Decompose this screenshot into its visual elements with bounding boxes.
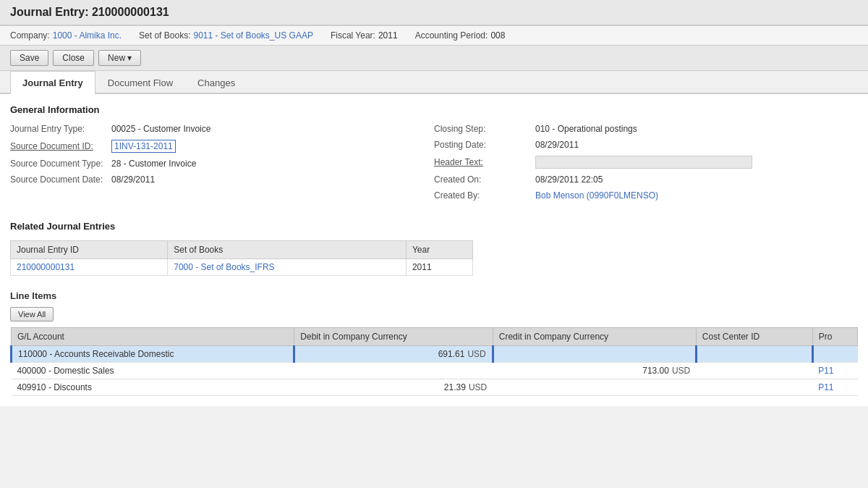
header-text-row: Header Text: (434, 156, 858, 169)
closing-step-value: 010 - Operational postings (535, 124, 637, 134)
debit-cell (294, 363, 493, 379)
pro-cell: P11 (812, 379, 857, 396)
related-set-of-books[interactable]: 7000 - Set of Books_IFRS (168, 259, 407, 276)
related-col-entry-id: Journal Entry ID (11, 241, 168, 259)
books-meta: Set of Books: 9011 - Set of Books_US GAA… (139, 30, 313, 41)
created-by-label: Created By: (434, 190, 535, 201)
period-meta: Accounting Period: 008 (415, 30, 506, 41)
general-info-left: Journal Entry Type: 00025 - Customer Inv… (10, 124, 434, 206)
pro-link[interactable]: P11 (818, 366, 833, 376)
general-info-section: Journal Entry Type: 00025 - Customer Inv… (10, 124, 858, 206)
posting-date-label: Posting Date: (434, 140, 535, 150)
tab-bar: Journal Entry Document Flow Changes (0, 71, 868, 94)
line-items-title: Line Items (10, 290, 858, 301)
related-journal-entries-title: Related Journal Entries (10, 221, 858, 232)
line-items-table: G/L Account Debit in Company Currency Cr… (10, 327, 858, 396)
related-entry-id[interactable]: 210000000131 (11, 259, 168, 276)
pro-cell (812, 346, 857, 363)
source-doc-id-row: Source Document ID: 1INV-131-2011 (10, 140, 434, 153)
content-area: General Information Journal Entry Type: … (0, 94, 868, 406)
credit-cell (493, 379, 696, 396)
source-doc-type-label: Source Document Type: (10, 159, 111, 169)
debit-currency: USD (467, 349, 485, 359)
source-doc-type-value: 28 - Customer Invoice (111, 159, 196, 169)
fiscal-value: 2011 (378, 30, 398, 41)
debit-cell: 21.39USD (294, 379, 493, 396)
page-title: Journal Entry: 210000000131 (10, 6, 858, 19)
debit-currency: USD (469, 382, 487, 392)
save-button[interactable]: Save (10, 50, 48, 66)
period-label: Accounting Period: (415, 30, 488, 41)
cost-center-cell (696, 346, 812, 363)
page-header: Journal Entry: 210000000131 (0, 0, 868, 26)
general-info-right: Closing Step: 010 - Operational postings… (434, 124, 858, 206)
credit-amount: 713.00 (642, 366, 669, 376)
debit-amount: 21.39 (444, 382, 466, 392)
company-link[interactable]: 1000 - Almika Inc. (53, 30, 122, 41)
related-col-year: Year (406, 241, 472, 259)
closing-step-label: Closing Step: (434, 124, 535, 134)
created-on-label: Created On: (434, 174, 535, 185)
tab-journal-entry[interactable]: Journal Entry (10, 71, 95, 94)
period-value: 008 (490, 30, 505, 41)
view-all-button[interactable]: View All (10, 307, 54, 321)
general-info-title: General Information (10, 104, 858, 115)
pro-cell: P11 (812, 363, 857, 379)
credit-cell: 713.00USD (493, 363, 696, 379)
posting-date-value: 08/29/2011 (535, 140, 579, 150)
debit-cell: 691.61USD (294, 346, 493, 363)
entry-type-row: Journal Entry Type: 00025 - Customer Inv… (10, 124, 434, 134)
source-doc-id-label: Source Document ID: (10, 141, 111, 151)
posting-date-row: Posting Date: 08/29/2011 (434, 140, 858, 150)
source-doc-date-row: Source Document Date: 08/29/2011 (10, 174, 434, 185)
entry-type-label: Journal Entry Type: (10, 124, 111, 134)
related-journal-entries-section: Related Journal Entries Journal Entry ID… (10, 221, 858, 276)
col-pro: Pro (812, 328, 857, 346)
toolbar: Save Close New ▾ (0, 46, 868, 71)
line-item-row[interactable]: 110000 - Accounts Receivable Domestic 69… (12, 346, 858, 363)
related-table-row: 210000000131 7000 - Set of Books_IFRS 20… (11, 259, 473, 276)
created-by-row: Created By: Bob Menson (0990F0LMENSO) (434, 190, 858, 201)
tab-changes[interactable]: Changes (185, 71, 247, 94)
related-table-container: Journal Entry ID Set of Books Year 21000… (10, 240, 473, 276)
source-doc-id-value[interactable]: 1INV-131-2011 (111, 140, 176, 153)
line-item-row[interactable]: 400000 - Domestic Sales 713.00USD P11 (12, 363, 858, 379)
related-col-set-of-books: Set of Books (168, 241, 407, 259)
related-table-header-row: Journal Entry ID Set of Books Year (11, 241, 473, 259)
created-on-row: Created On: 08/29/2011 22:05 (434, 174, 858, 185)
tab-document-flow[interactable]: Document Flow (95, 71, 185, 94)
gl-account: 400000 - Domestic Sales (12, 363, 294, 379)
source-doc-date-label: Source Document Date: (10, 174, 111, 185)
fiscal-label: Fiscal Year: (331, 30, 375, 41)
line-items-header-row: G/L Account Debit in Company Currency Cr… (12, 328, 858, 346)
gl-account: 110000 - Accounts Receivable Domestic (12, 346, 294, 363)
col-credit: Credit in Company Currency (493, 328, 696, 346)
line-items-section: Line Items View All G/L Account Debit in… (10, 290, 858, 396)
credit-currency: USD (672, 366, 690, 376)
related-journal-entries-table: Journal Entry ID Set of Books Year 21000… (10, 240, 473, 276)
created-on-value: 08/29/2011 22:05 (535, 174, 603, 185)
company-meta: Company: 1000 - Almika Inc. (10, 30, 122, 41)
meta-bar: Company: 1000 - Almika Inc. Set of Books… (0, 26, 868, 46)
header-text-label: Header Text: (434, 157, 535, 167)
new-button[interactable]: New ▾ (98, 50, 141, 66)
gl-account: 409910 - Discounts (12, 379, 294, 396)
col-cost-center: Cost Center ID (696, 328, 812, 346)
col-debit: Debit in Company Currency (294, 328, 493, 346)
closing-step-row: Closing Step: 010 - Operational postings (434, 124, 858, 134)
header-text-input[interactable] (535, 156, 752, 169)
debit-amount: 691.61 (438, 349, 465, 359)
cost-center-cell (696, 363, 812, 379)
line-item-row[interactable]: 409910 - Discounts 21.39USD P11 (12, 379, 858, 396)
fiscal-meta: Fiscal Year: 2011 (331, 30, 398, 41)
company-label: Company: (10, 30, 50, 41)
col-gl-account: G/L Account (12, 328, 294, 346)
created-by-value[interactable]: Bob Menson (0990F0LMENSO) (535, 190, 658, 201)
related-year: 2011 (406, 259, 472, 276)
pro-link[interactable]: P11 (818, 382, 833, 392)
source-doc-date-value: 08/29/2011 (111, 174, 155, 185)
books-label: Set of Books: (139, 30, 190, 41)
source-doc-type-row: Source Document Type: 28 - Customer Invo… (10, 159, 434, 169)
close-button[interactable]: Close (53, 50, 94, 66)
books-link[interactable]: 9011 - Set of Books_US GAAP (193, 30, 312, 41)
